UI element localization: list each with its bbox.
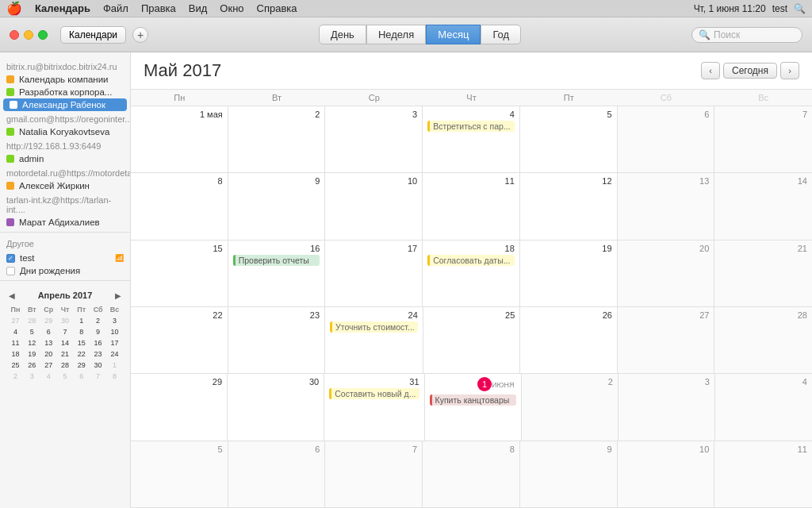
cal-cell-may1[interactable]: 1 мая bbox=[131, 106, 228, 172]
sidebar-item-zhirkin[interactable]: Алексей Жиркин bbox=[0, 179, 130, 192]
menu-edit[interactable]: Правка bbox=[141, 2, 176, 14]
sidebar-item-test[interactable]: ✓ test 📶 bbox=[0, 252, 130, 264]
mini-cal-day[interactable]: 3 bbox=[107, 316, 122, 325]
cal-cell-jun8[interactable]: 8 bbox=[423, 441, 520, 507]
tab-day[interactable]: День bbox=[319, 25, 366, 44]
cal-cell-may22[interactable]: 22 bbox=[131, 307, 228, 373]
tab-year[interactable]: Год bbox=[481, 25, 521, 44]
cal-cell-may9[interactable]: 9 bbox=[228, 173, 326, 239]
mini-cal-day[interactable]: 9 bbox=[90, 327, 105, 337]
menu-window[interactable]: Окно bbox=[220, 2, 243, 14]
sidebar-item-natalia[interactable]: Natalia Koryakovtseva bbox=[0, 125, 130, 138]
cal-cell-may7[interactable]: 7 bbox=[714, 106, 812, 172]
cal-cell-may26[interactable]: 26 bbox=[520, 307, 618, 373]
mini-cal-day[interactable]: 4 bbox=[8, 327, 23, 337]
apple-menu[interactable]: 🍎 bbox=[6, 1, 22, 16]
sidebar-item-rabenok[interactable]: Александр Рабенок bbox=[3, 98, 127, 111]
cal-cell-may21[interactable]: 21 bbox=[714, 241, 812, 306]
cal-cell-may17[interactable]: 17 bbox=[325, 241, 423, 306]
cal-cell-jun4[interactable]: 4 bbox=[715, 374, 812, 440]
mini-cal-day[interactable]: 26 bbox=[25, 360, 40, 370]
cal-cell-jun2[interactable]: 2 bbox=[522, 374, 619, 440]
search-icon[interactable]: 🔍 bbox=[794, 3, 806, 14]
mini-cal-day[interactable]: 7 bbox=[58, 327, 73, 337]
mini-cal-day[interactable]: 14 bbox=[58, 338, 73, 348]
menu-app[interactable]: Календарь bbox=[35, 2, 90, 14]
mini-cal-day[interactable]: 30 bbox=[90, 360, 105, 370]
mini-cal-day[interactable]: 28 bbox=[25, 316, 40, 325]
tab-week[interactable]: Неделя bbox=[366, 25, 426, 44]
cal-cell-jun5[interactable]: 5 bbox=[131, 441, 228, 507]
mini-cal-day[interactable]: 17 bbox=[107, 338, 122, 348]
event[interactable]: Согласовать даты... bbox=[427, 255, 515, 266]
cal-cell-may20[interactable]: 20 bbox=[618, 241, 715, 306]
mini-cal-day[interactable]: 20 bbox=[41, 349, 56, 359]
sidebar-item-abdikhaliev[interactable]: Марат Абдихалиев bbox=[0, 216, 130, 229]
cal-cell-may11[interactable]: 11 bbox=[423, 173, 520, 239]
cal-cell-may14[interactable]: 14 bbox=[714, 173, 812, 239]
mini-cal-day[interactable]: 13 bbox=[41, 338, 56, 348]
mini-cal-day[interactable]: 25 bbox=[8, 360, 23, 370]
mini-cal-day[interactable]: 23 bbox=[90, 349, 105, 359]
mini-cal-prev[interactable]: ◀ bbox=[6, 291, 17, 300]
cal-cell-may29[interactable]: 29 bbox=[131, 374, 228, 440]
event[interactable]: Составить новый д... bbox=[329, 388, 419, 399]
menu-file[interactable]: Файл bbox=[103, 2, 128, 14]
cal-cell-jun10[interactable]: 10 bbox=[618, 441, 715, 507]
mini-cal-day[interactable]: 22 bbox=[74, 349, 89, 359]
cal-cell-may31[interactable]: 31 Составить новый д... bbox=[324, 374, 424, 440]
mini-cal-day[interactable]: 5 bbox=[58, 371, 73, 381]
checkbox-test[interactable]: ✓ bbox=[6, 254, 15, 263]
cal-cell-jun1[interactable]: 1 ИЮНЯ Купить канцтовары bbox=[425, 374, 522, 440]
event[interactable]: Проверить отчеты bbox=[233, 255, 320, 266]
cal-cell-may10[interactable]: 10 bbox=[325, 173, 423, 239]
mini-cal-day[interactable]: 16 bbox=[90, 338, 105, 348]
mini-cal-day[interactable]: 15 bbox=[74, 338, 89, 348]
event[interactable]: Уточнить стоимост... bbox=[330, 321, 418, 333]
sidebar-item-birthdays[interactable]: Дни рождения bbox=[0, 264, 130, 277]
calendars-button[interactable]: Календари bbox=[60, 26, 126, 44]
mini-cal-day[interactable]: 30 bbox=[58, 316, 73, 325]
checkbox-birthdays[interactable] bbox=[6, 267, 15, 275]
cal-today-button[interactable]: Сегодня bbox=[723, 63, 777, 79]
cal-cell-may8[interactable]: 8 bbox=[131, 173, 228, 239]
cal-cell-may5[interactable]: 5 bbox=[520, 106, 618, 172]
cal-prev-button[interactable]: ‹ bbox=[701, 62, 720, 79]
mini-cal-day[interactable]: 29 bbox=[41, 316, 56, 325]
cal-cell-may28[interactable]: 28 bbox=[714, 307, 812, 373]
add-event-button[interactable]: + bbox=[132, 27, 148, 43]
mini-cal-day[interactable]: 1 bbox=[74, 316, 89, 325]
mini-cal-day[interactable]: 8 bbox=[107, 371, 122, 381]
mini-cal-day[interactable]: 29 bbox=[74, 360, 89, 370]
sidebar-item-corp[interactable]: Разработка корпора... bbox=[0, 86, 130, 98]
tab-month[interactable]: Месяц bbox=[426, 25, 481, 44]
mini-cal-day[interactable]: 27 bbox=[41, 360, 56, 370]
fullscreen-button[interactable] bbox=[38, 30, 48, 40]
cal-cell-may18[interactable]: 18 Согласовать даты... bbox=[423, 241, 520, 306]
mini-cal-day[interactable]: 2 bbox=[8, 371, 23, 381]
cal-cell-jun9[interactable]: 9 bbox=[520, 441, 618, 507]
cal-cell-may23[interactable]: 23 bbox=[228, 307, 326, 373]
cal-cell-may16[interactable]: 16 Проверить отчеты bbox=[228, 241, 326, 306]
cal-cell-jun6[interactable]: 6 bbox=[228, 441, 326, 507]
cal-cell-jun3[interactable]: 3 bbox=[619, 374, 715, 440]
mini-cal-day[interactable]: 8 bbox=[74, 327, 89, 337]
cal-cell-may15[interactable]: 15 bbox=[131, 241, 228, 306]
cal-cell-may24[interactable]: 24 Уточнить стоимост... bbox=[325, 307, 423, 373]
cal-cell-may30[interactable]: 30 bbox=[228, 374, 324, 440]
mini-cal-day[interactable]: 5 bbox=[25, 327, 40, 337]
mini-cal-day[interactable]: 27 bbox=[8, 316, 23, 325]
mini-cal-day[interactable]: 12 bbox=[25, 338, 40, 348]
mini-cal-day[interactable]: 24 bbox=[107, 349, 122, 359]
mini-cal-day[interactable]: 11 bbox=[8, 338, 23, 348]
mini-cal-day[interactable]: 2 bbox=[90, 316, 105, 325]
cal-cell-jun11[interactable]: 11 bbox=[714, 441, 812, 507]
menu-help[interactable]: Справка bbox=[257, 2, 297, 14]
cal-cell-may13[interactable]: 13 bbox=[618, 173, 715, 239]
cal-cell-may19[interactable]: 19 bbox=[520, 241, 618, 306]
cal-cell-may25[interactable]: 25 bbox=[423, 307, 521, 373]
mini-cal-day[interactable]: 10 bbox=[107, 327, 122, 337]
menu-view[interactable]: Вид bbox=[189, 2, 208, 14]
cal-cell-may3[interactable]: 3 bbox=[325, 106, 423, 172]
mini-cal-day[interactable]: 7 bbox=[90, 371, 105, 381]
